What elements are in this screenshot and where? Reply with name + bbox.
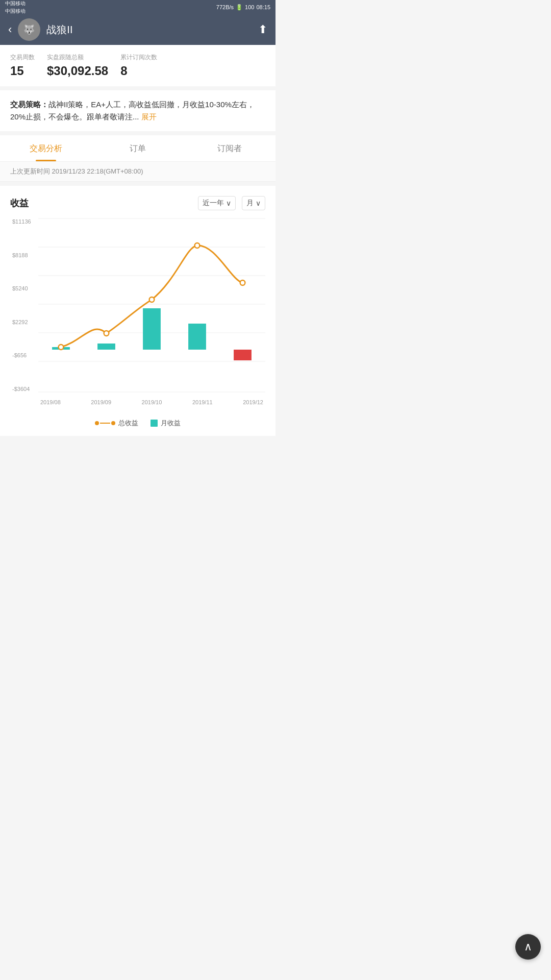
stat-subscriptions-value: 8 [120,64,157,78]
status-right: 772B/s 🔋 100 08:15 [216,4,270,11]
stat-total-follow-label: 实盘跟随总额 [47,53,108,62]
dot-aug [59,345,64,350]
battery-icon: 🔋 [236,4,243,11]
status-bar: 中国移动 中国移动 772B/s 🔋 100 08:15 [0,0,276,14]
header: ‹ 🐺 战狼II ⬆ [0,14,276,45]
strategy-prefix: 交易策略： [10,100,48,109]
y-label-2: $2292 [12,319,36,325]
chart-legend: 总收益 月收益 [10,419,265,428]
chart-controls: 近一年 ∨ 月 ∨ [198,196,265,210]
header-left: ‹ 🐺 战狼II [8,18,72,41]
back-button[interactable]: ‹ [8,23,12,36]
tab-orders[interactable]: 订单 [92,135,184,161]
carrier-info: 中国移动 中国移动 [5,0,26,15]
stats-section: 交易周数 15 实盘跟随总额 $30,092.58 累计订阅次数 8 [0,45,276,86]
dot-nov [195,243,200,248]
x-label-oct: 2019/10 [142,399,162,405]
avatar: 🐺 [18,18,40,41]
stat-subscriptions: 累计订阅次数 8 [120,53,157,78]
chart-wrapper: -$3604 -$656 $2292 $5240 $8188 $11136 [10,218,265,412]
bar-dec [234,350,252,360]
update-bar: 上次更新时间 2019/11/23 22:18(GMT+08:00) [0,162,276,182]
chart-x-labels: 2019/08 2019/09 2019/10 2019/11 2019/12 [38,392,265,412]
battery-level: 100 [245,4,254,10]
legend-monthly-icon [151,420,158,427]
legend-monthly: 月收益 [151,419,181,428]
strategy-expand-button[interactable]: 展开 [141,112,157,121]
stat-weeks: 交易周数 15 [10,53,35,78]
dot-oct [149,297,155,302]
legend-monthly-label: 月收益 [161,419,181,428]
dot-sep [104,331,109,336]
share-button[interactable]: ⬆ [258,23,267,36]
stat-total-follow: 实盘跟随总额 $30,092.58 [47,53,108,78]
x-label-sep: 2019/09 [91,399,111,405]
dot-dec [240,280,245,285]
y-label-1: -$656 [12,352,36,358]
legend-total-label: 总收益 [118,419,138,428]
bar-sep [97,344,115,350]
chevron-down-icon2: ∨ [256,199,261,207]
x-label-nov: 2019/11 [192,399,213,405]
chart-y-labels: -$3604 -$656 $2292 $5240 $8188 $11136 [10,218,38,392]
carrier2: 中国移动 [5,8,26,15]
stat-weeks-value: 15 [10,64,35,78]
y-label-3: $5240 [12,285,36,291]
stat-total-follow-value: $30,092.58 [47,64,108,78]
x-label-aug: 2019/08 [40,399,61,405]
y-label-0: -$3604 [12,386,36,392]
legend-total: 总收益 [95,419,138,428]
clock: 08:15 [256,4,270,10]
network-speed: 772B/s [216,4,234,10]
tabs-container: 交易分析 订单 订阅者 [0,135,276,162]
x-label-dec: 2019/12 [243,399,263,405]
carrier1: 中国移动 [5,0,26,7]
stat-subscriptions-label: 累计订阅次数 [120,53,157,62]
chevron-down-icon: ∨ [226,199,231,207]
tab-analysis[interactable]: 交易分析 [0,135,92,161]
unit-selector[interactable]: 月 ∨ [242,196,265,210]
chart-section: 收益 近一年 ∨ 月 ∨ -$3604 -$656 $2292 $5240 $8… [0,186,276,436]
y-label-4: $8188 [12,252,36,258]
page-title: 战狼II [46,23,72,37]
update-time-text: 上次更新时间 2019/11/23 22:18(GMT+08:00) [10,167,143,175]
strategy-section: 交易策略：战神II策略，EA+人工，高收益低回撤，月收益10-30%左右，20%… [0,90,276,131]
chart-header: 收益 近一年 ∨ 月 ∨ [10,196,265,210]
chart-plot-area [38,218,265,392]
y-label-5: $11136 [12,218,36,225]
tab-subscribers[interactable]: 订阅者 [184,135,276,161]
bar-nov [188,324,206,350]
stat-weeks-label: 交易周数 [10,53,35,62]
period-selector[interactable]: 近一年 ∨ [198,196,236,210]
chart-title: 收益 [10,197,29,209]
legend-total-icon [95,421,115,425]
bar-oct [143,308,161,350]
